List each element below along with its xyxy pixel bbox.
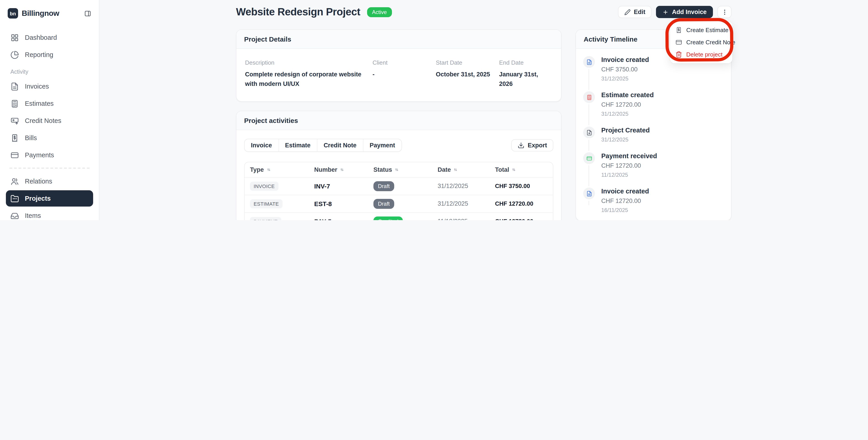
- receipt-dollar-icon: [675, 27, 682, 33]
- sort-icon: [453, 167, 458, 172]
- credit-card-icon: [675, 39, 682, 45]
- sidebar-item-items[interactable]: Items: [6, 208, 93, 220]
- edit-button[interactable]: Edit: [618, 6, 652, 18]
- tab-payment[interactable]: Payment: [363, 139, 401, 151]
- description-value: Complete redesign of corporate website w…: [245, 70, 373, 89]
- sidebar-item-relations[interactable]: Relations: [6, 173, 93, 189]
- column-header-total[interactable]: Total: [490, 162, 553, 178]
- type-chip: INVOICE: [250, 182, 278, 191]
- sidebar-item-invoices[interactable]: Invoices: [6, 78, 93, 94]
- export-button[interactable]: Export: [511, 139, 553, 151]
- credit-card-icon: [10, 151, 19, 159]
- tab-estimate[interactable]: Estimate: [278, 139, 317, 151]
- invoice-file-icon: [583, 188, 595, 199]
- end-date-value: January 31st, 2026: [499, 70, 553, 89]
- timeline-event: Invoice created CHF 12720.00 16/11/2025: [583, 188, 724, 218]
- sidebar-item-bills[interactable]: Bills: [6, 130, 93, 146]
- sort-icon: [266, 167, 271, 172]
- number-cell: PAY-5: [309, 213, 368, 220]
- number-cell: EST-8: [309, 195, 368, 213]
- credit-card-icon: [583, 152, 595, 164]
- sidebar-item-estimates[interactable]: Estimates: [6, 95, 93, 112]
- sidebar-collapse-icon[interactable]: [84, 10, 91, 17]
- folder-icon: [10, 194, 19, 203]
- download-icon: [518, 142, 524, 149]
- sidebar-item-label: Reporting: [25, 51, 53, 58]
- menu-item-create-credit-note[interactable]: Create Credit Note: [670, 36, 733, 49]
- sidebar-item-label: Estimates: [25, 100, 54, 107]
- sidebar-item-label: Credit Notes: [25, 117, 61, 124]
- date-cell: 31/12/2025: [432, 178, 490, 195]
- card-arrow-up-icon: [10, 116, 19, 125]
- total-cell: CHF 3750.00: [490, 178, 553, 195]
- inbox-icon: [10, 211, 19, 220]
- type-chip: PAYMENT: [250, 217, 281, 220]
- event-amount: CHF 12720.00: [601, 162, 724, 169]
- sidebar-item-dashboard[interactable]: Dashboard: [6, 29, 93, 45]
- timeline-event: Payment received CHF 12720.00 11/12/2025: [583, 152, 724, 188]
- date-cell: 11/12/2025: [432, 213, 490, 220]
- tab-credit-note[interactable]: Credit Note: [317, 139, 363, 151]
- tab-invoice[interactable]: Invoice: [245, 139, 278, 151]
- plus-icon: [662, 9, 669, 15]
- more-actions-button[interactable]: [717, 6, 732, 18]
- invoice-file-icon: [10, 82, 19, 91]
- page-header: Website Redesign Project Active Edit Add…: [236, 6, 732, 18]
- event-date: 31/12/2025: [601, 111, 724, 117]
- table-row[interactable]: PAYMENT PAY-5 Credited 11/12/2025 CHF 12…: [245, 213, 553, 220]
- column-header-status[interactable]: Status: [368, 162, 432, 178]
- sidebar-item-label: Projects: [25, 195, 51, 202]
- page-title: Website Redesign Project: [236, 6, 360, 18]
- timeline-event: Project Created 31/12/2025: [583, 127, 724, 152]
- event-date: 31/12/2025: [601, 136, 724, 143]
- sidebar-item-projects[interactable]: Projects: [6, 190, 93, 207]
- timeline-event: Estimate created CHF 12720.00 31/12/2025: [583, 91, 724, 127]
- left-column: Project Details Description Complete red…: [236, 29, 561, 220]
- event-date: 31/12/2025: [601, 75, 724, 82]
- event-amount: CHF 12720.00: [601, 101, 724, 108]
- status-badge: Active: [367, 7, 392, 17]
- status-badge: Credited: [373, 217, 403, 220]
- actions-dropdown-menu: Create Estimate Create Credit Note Delet…: [670, 21, 733, 63]
- type-chip: ESTIMATE: [250, 199, 283, 208]
- sidebar-item-label: Dashboard: [25, 34, 57, 41]
- column-header-date[interactable]: Date: [432, 162, 490, 178]
- people-icon: [10, 177, 19, 186]
- column-header-type[interactable]: Type: [245, 162, 309, 178]
- sidebar-item-label: Invoices: [25, 83, 49, 90]
- sort-icon: [512, 167, 517, 172]
- logo-monogram: bn: [8, 8, 18, 19]
- event-date: 16/11/2025: [601, 207, 724, 213]
- sidebar-item-credit-notes[interactable]: Credit Notes: [6, 113, 93, 129]
- table-row[interactable]: ESTIMATE EST-8 Draft 31/12/2025 CHF 1272…: [245, 195, 553, 213]
- client-value: -: [373, 70, 436, 80]
- column-header-number[interactable]: Number: [309, 162, 368, 178]
- table-row[interactable]: INVOICE INV-7 Draft 31/12/2025 CHF 3750.…: [245, 178, 553, 195]
- menu-item-delete-project[interactable]: Delete project: [670, 49, 733, 61]
- sidebar-item-label: Items: [25, 212, 41, 219]
- sidebar-item-payments[interactable]: Payments: [6, 147, 93, 163]
- sidebar-item-label: Bills: [25, 134, 37, 142]
- sidebar-divider: [9, 168, 90, 168]
- invoice-file-icon: [583, 56, 595, 68]
- sidebar-item-label: Relations: [25, 178, 52, 185]
- calculator-icon: [10, 99, 19, 108]
- sidebar: bn Billingnow Dashboard Reporting Activi…: [0, 0, 99, 220]
- app-name: Billingnow: [22, 9, 59, 18]
- pencil-icon: [624, 9, 631, 15]
- project-details-card: Project Details Description Complete red…: [236, 29, 561, 102]
- kebab-menu-icon: [721, 8, 728, 15]
- calculator-icon: [583, 91, 595, 103]
- status-badge: Draft: [373, 199, 394, 209]
- description-label: Description: [245, 59, 373, 66]
- app-window: bn Billingnow Dashboard Reporting Activi…: [0, 0, 868, 220]
- total-cell: CHF 12720.00: [490, 213, 553, 220]
- activities-table: Type Number Status Date Total: [244, 162, 553, 220]
- activity-type-tabs: Invoice Estimate Credit Note Payment: [244, 139, 402, 152]
- menu-item-create-estimate[interactable]: Create Estimate: [670, 24, 733, 36]
- sidebar-item-reporting[interactable]: Reporting: [6, 46, 93, 63]
- number-cell: INV-7: [309, 178, 368, 195]
- add-invoice-button[interactable]: Add Invoice: [656, 6, 713, 18]
- event-date: 11/12/2025: [601, 172, 724, 178]
- pie-chart-icon: [10, 51, 19, 59]
